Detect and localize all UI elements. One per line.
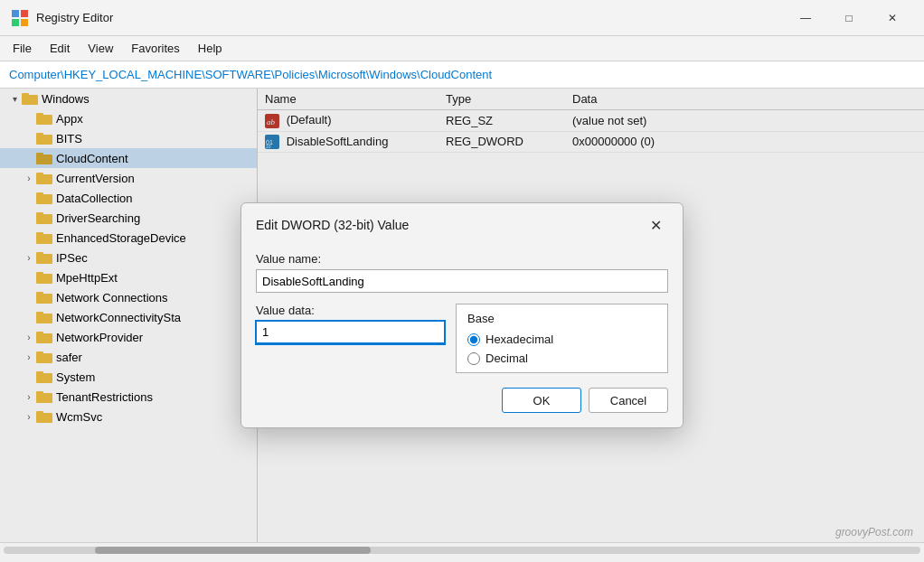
title-bar: Registry Editor — □ ✕: [0, 0, 924, 36]
edit-dword-dialog: Edit DWORD (32-bit) Value ✕ Value name: …: [258, 202, 684, 428]
svg-rect-3: [21, 19, 28, 26]
close-button[interactable]: ✕: [872, 4, 913, 33]
radio-dec-input[interactable]: [467, 352, 480, 365]
horizontal-scrollbar-track[interactable]: [4, 547, 920, 554]
horizontal-scrollbar-thumb[interactable]: [95, 547, 370, 554]
value-data-label: Value data:: [258, 304, 445, 317]
svg-rect-0: [12, 10, 19, 17]
ok-button[interactable]: OK: [502, 388, 581, 413]
radio-hex-label: Hexadecimal: [486, 333, 553, 346]
dialog-title: Edit DWORD (32-bit) Value: [258, 218, 409, 232]
menu-edit[interactable]: Edit: [41, 40, 79, 57]
base-label: Base: [467, 312, 656, 325]
dialog-row: Value data: Base Hexadecimal: [258, 304, 668, 373]
main-content: ▾ Windows Appx BITS: [0, 89, 924, 542]
modal-overlay: Edit DWORD (32-bit) Value ✕ Value name: …: [258, 89, 924, 542]
value-name-label: Value name:: [258, 252, 668, 266]
address-path: Computer\HKEY_LOCAL_MACHINE\SOFTWARE\Pol…: [9, 68, 492, 81]
dialog-body: Value name: Value data: Base: [258, 245, 683, 427]
dialog-title-bar: Edit DWORD (32-bit) Value ✕: [258, 203, 683, 245]
app-icon: [11, 9, 29, 27]
base-radio-group: Hexadecimal Decimal: [467, 333, 656, 365]
menu-help[interactable]: Help: [189, 40, 231, 57]
address-bar[interactable]: Computer\HKEY_LOCAL_MACHINE\SOFTWARE\Pol…: [0, 61, 924, 89]
radio-hexadecimal[interactable]: Hexadecimal: [467, 333, 656, 346]
radio-dec-label: Decimal: [486, 351, 528, 365]
registry-values-pane: Name Type Data ab (Default): [258, 89, 924, 542]
app-title: Registry Editor: [36, 11, 785, 24]
menu-favorites[interactable]: Favorites: [122, 40, 188, 57]
menu-bar: File Edit View Favorites Help: [0, 36, 924, 61]
radio-hex-input[interactable]: [467, 333, 480, 346]
dialog-close-button[interactable]: ✕: [643, 212, 668, 238]
window-controls: — □ ✕: [785, 4, 913, 33]
value-data-input[interactable]: [258, 321, 445, 344]
dialog-buttons: OK Cancel: [258, 388, 668, 413]
maximize-button[interactable]: □: [828, 4, 870, 33]
value-name-input[interactable]: [258, 269, 668, 293]
bottom-scrollbar[interactable]: [0, 542, 924, 557]
cancel-button[interactable]: Cancel: [589, 388, 668, 413]
minimize-button[interactable]: —: [785, 4, 826, 33]
value-data-section: Value data:: [258, 304, 445, 373]
radio-decimal[interactable]: Decimal: [467, 351, 656, 365]
svg-rect-2: [12, 19, 19, 26]
svg-rect-1: [21, 10, 28, 17]
menu-file[interactable]: File: [4, 40, 41, 57]
menu-view[interactable]: View: [79, 40, 122, 57]
base-section: Base Hexadecimal Decimal: [456, 304, 668, 373]
